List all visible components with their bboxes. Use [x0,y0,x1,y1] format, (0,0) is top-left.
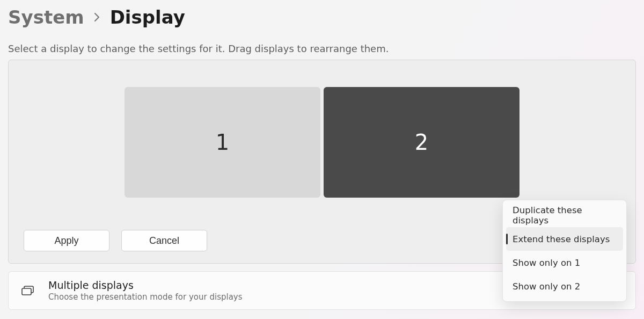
menu-item-duplicate[interactable]: Duplicate these displays [506,204,623,227]
monitor-2[interactable]: 2 [324,87,519,198]
menu-item-label: Show only on 2 [513,281,580,292]
menu-item-label: Duplicate these displays [513,205,617,226]
menu-item-extend[interactable]: Extend these displays [506,227,623,251]
monitor-2-label: 2 [415,130,428,155]
menu-item-show-only-2[interactable]: Show only on 2 [506,274,623,298]
spacer [219,230,523,251]
apply-button[interactable]: Apply [24,230,109,251]
chevron-right-icon [94,12,100,22]
monitor-1[interactable]: 1 [125,87,320,198]
menu-item-label: Show only on 1 [513,258,580,268]
cancel-button[interactable]: Cancel [121,230,207,251]
breadcrumb-parent[interactable]: System [8,6,84,28]
multiple-displays-icon [20,285,35,296]
monitor-canvas[interactable]: 1 2 [24,71,620,198]
breadcrumb: System Display [8,6,636,28]
menu-item-label: Extend these displays [513,234,610,244]
svg-rect-1 [22,288,31,295]
menu-item-show-only-1[interactable]: Show only on 1 [506,251,623,274]
page-title: Display [110,6,185,28]
projection-mode-menu: Duplicate these displays Extend these di… [502,200,627,302]
help-text: Select a display to change the settings … [8,43,636,54]
monitor-1-label: 1 [216,130,229,155]
